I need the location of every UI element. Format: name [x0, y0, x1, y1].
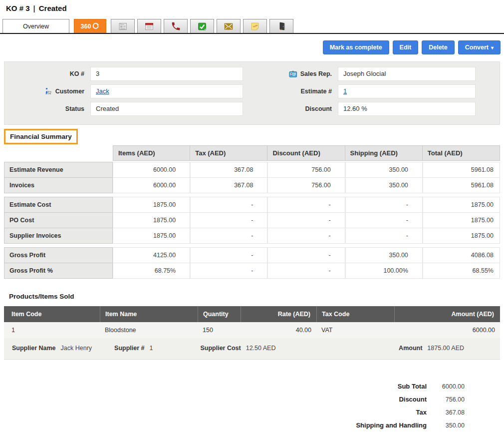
products-title: Products/Items Sold: [9, 293, 504, 300]
chevron-down-icon: ▾: [491, 45, 494, 50]
fin-row-label: Gross Profit %: [4, 263, 113, 279]
fin-cell: 350.00: [345, 247, 423, 263]
fin-cell: -: [267, 213, 345, 228]
mail-icon: [223, 21, 234, 32]
tab-bar: Overview 360 News Note: [0, 19, 504, 34]
status-value: Created: [90, 102, 243, 116]
product-rate: 40.00: [241, 322, 316, 338]
tab-note[interactable]: Note: [243, 19, 267, 33]
edit-button[interactable]: Edit: [393, 40, 419, 54]
fin-cell: 1875.00: [113, 197, 190, 213]
fin-row-label: Gross Profit: [4, 247, 113, 263]
fin-cell: -: [345, 213, 423, 228]
tab-mail[interactable]: [217, 19, 241, 33]
supplier-amount-label: Amount: [399, 345, 422, 352]
fin-cell: -: [345, 228, 423, 244]
discount-total-row: Discount 756.00: [0, 396, 482, 403]
fin-group-cost: Estimate Cost 1875.00 - - - 1875.00 PO C…: [4, 197, 500, 244]
tasks-icon: [197, 21, 208, 32]
fin-cell: 5961.08: [423, 162, 500, 178]
sub-total-row: Sub Total 6000.00: [0, 383, 482, 390]
fin-group-profit: Gross Profit 4125.00 - - 350.00 4086.08 …: [4, 247, 500, 279]
totals-section: Sub Total 6000.00 Discount 756.00 Tax 36…: [0, 383, 504, 436]
product-quantity: 150: [198, 322, 241, 338]
discount-value: 12.60 %: [338, 102, 476, 116]
mark-as-complete-button[interactable]: Mark as complete: [323, 40, 389, 54]
fin-cell: 756.00: [267, 162, 345, 178]
supplier-number-value: 1: [150, 345, 153, 352]
discount-total-label: Discount: [399, 396, 427, 403]
delete-button[interactable]: Delete: [422, 40, 455, 54]
fin-cell: -: [267, 197, 345, 213]
fin-cell: 367.08: [190, 162, 267, 178]
convert-button[interactable]: Convert▾: [458, 40, 501, 54]
prod-header-amount: Amount (AED): [394, 306, 500, 322]
tab-overview[interactable]: Overview: [2, 19, 69, 33]
prod-header-rate: Rate (AED): [241, 306, 316, 322]
discount-row: Discount 12.60 %: [252, 102, 500, 116]
fin-header-empty: [4, 145, 113, 161]
supplier-name-value: Jack Henry: [61, 345, 92, 352]
record-id: KO # 3: [6, 4, 30, 12]
ko-number-label: KO #: [4, 70, 90, 77]
action-toolbar: Mark as complete Edit Delete Convert▾: [0, 40, 501, 54]
tab-news[interactable]: News: [111, 19, 135, 33]
financial-summary-header: Items (AED) Tax (AED) Discount (AED) Shi…: [4, 145, 500, 161]
fin-cell: -: [190, 247, 267, 263]
products-header: Item Code Item Name Quantity Rate (AED) …: [4, 306, 500, 322]
tab-tasks[interactable]: [190, 19, 214, 33]
tab-phone[interactable]: [164, 19, 188, 33]
details-right-column: Sales Rep. Joseph Glocial Estimate # 1 D…: [252, 67, 500, 119]
customer-link[interactable]: Jack: [96, 87, 109, 95]
supplier-number-label: Supplier #: [114, 345, 144, 352]
fin-cell: 1875.00: [113, 228, 190, 244]
prod-header-tax-code: Tax Code: [316, 306, 394, 322]
fin-cell: -: [267, 228, 345, 244]
fin-row-label: Invoices: [4, 178, 113, 193]
fin-cell: -: [345, 197, 423, 213]
phone-icon: [171, 21, 181, 31]
title-separator: |: [33, 4, 35, 12]
tab-calendar[interactable]: [137, 19, 161, 33]
fin-cell: -: [190, 197, 267, 213]
status-row: Status Created: [4, 102, 252, 116]
fin-cell: 367.08: [190, 178, 267, 193]
logout-icon: [276, 21, 287, 31]
prod-header-quantity: Quantity: [198, 306, 241, 322]
tax-total-row: Tax 367.08: [0, 409, 482, 416]
note-icon: Note: [250, 21, 260, 32]
product-amount: 6000.00: [394, 322, 500, 338]
ko-number-value: 3: [90, 67, 243, 81]
product-item-code: 1: [4, 322, 100, 338]
tab-overview-label: Overview: [23, 23, 49, 30]
fin-header-tax: Tax (AED): [190, 145, 267, 161]
sales-rep-value: Joseph Glocial: [338, 67, 476, 81]
fin-cell: 100.00%: [345, 263, 423, 279]
tab-360[interactable]: 360: [74, 19, 106, 33]
fin-cell: -: [267, 263, 345, 279]
fin-cell: 4125.00: [113, 247, 190, 263]
estimate-row: Estimate # 1: [252, 84, 500, 98]
fin-cell: 6000.00: [113, 178, 190, 193]
fin-row-label: Estimate Cost: [4, 197, 113, 213]
sales-rep-row: Sales Rep. Joseph Glocial: [252, 67, 500, 81]
shipping-total-label: Shipping and Handling: [356, 422, 427, 429]
supplier-row: Supplier Name Jack Henry Supplier # 1 Su…: [4, 338, 500, 360]
customer-label: Customer: [4, 87, 90, 95]
fin-row-label: Estimate Revenue: [4, 162, 113, 178]
fin-cell: 68.55%: [423, 263, 500, 279]
news-icon: News: [117, 21, 128, 32]
tab-logout[interactable]: [269, 19, 293, 33]
tax-total-label: Tax: [416, 409, 427, 416]
shipping-total-row: Shipping and Handling 350.00: [0, 422, 482, 429]
product-item-name: Bloodstone: [100, 322, 198, 338]
estimate-link[interactable]: 1: [343, 87, 347, 95]
sales-rep-icon: [289, 70, 297, 78]
products-table: Item Code Item Name Quantity Rate (AED) …: [4, 306, 500, 360]
fin-cell: 350.00: [345, 178, 423, 193]
sub-total-label: Sub Total: [398, 383, 427, 390]
record-details-panel: KO # 3 Customer Jack Status Created Sale…: [4, 61, 500, 125]
fin-cell: -: [267, 247, 345, 263]
customer-value: Jack: [90, 84, 243, 98]
estimate-value: 1: [338, 84, 476, 98]
